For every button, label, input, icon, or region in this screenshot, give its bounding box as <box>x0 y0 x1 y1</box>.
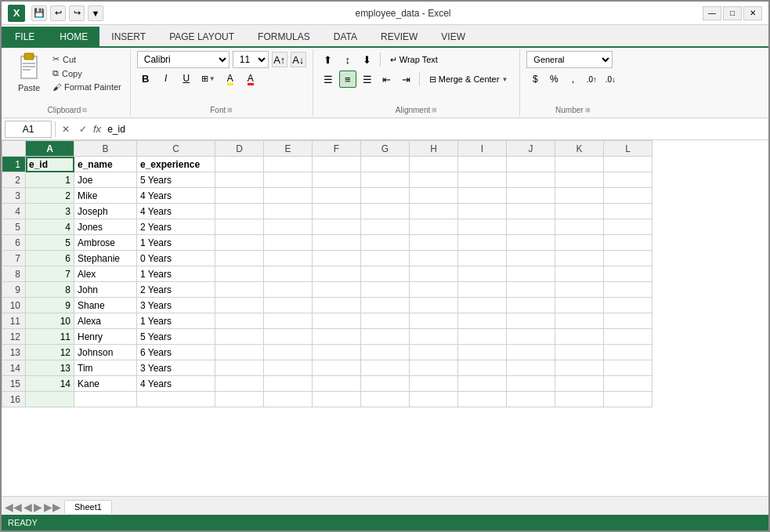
cell-c12[interactable]: 5 Years <box>137 329 215 345</box>
cell-j2[interactable] <box>507 172 555 188</box>
cell-a14[interactable]: 13 <box>26 360 74 376</box>
col-header-c[interactable]: C <box>137 141 215 157</box>
cell-i8[interactable] <box>458 266 507 282</box>
cell-l5[interactable] <box>604 219 653 235</box>
paste-button[interactable]: Paste <box>11 51 47 94</box>
cell-j8[interactable] <box>507 266 555 282</box>
cell-d10[interactable] <box>215 298 264 313</box>
col-header-e[interactable]: E <box>264 141 313 157</box>
cell-e5[interactable] <box>264 219 313 235</box>
cell-j10[interactable] <box>507 298 555 313</box>
col-header-g[interactable]: G <box>361 141 410 157</box>
bold-button[interactable]: B <box>137 70 154 87</box>
decrease-font-size-button[interactable]: A↓ <box>291 52 306 67</box>
comma-button[interactable]: , <box>564 71 581 88</box>
cell-j16[interactable] <box>507 392 555 407</box>
maximize-button[interactable]: □ <box>723 6 742 20</box>
customize-icon[interactable]: ▼ <box>88 5 103 21</box>
cell-e11[interactable] <box>264 313 313 329</box>
cell-e6[interactable] <box>264 235 313 251</box>
cell-d14[interactable] <box>215 360 264 376</box>
cell-l16[interactable] <box>604 392 653 407</box>
cell-g6[interactable] <box>361 235 410 251</box>
row-header-16[interactable]: 16 <box>2 392 26 407</box>
row-header-15[interactable]: 15 <box>2 376 26 392</box>
cell-e15[interactable] <box>264 376 313 392</box>
tab-page-layout[interactable]: PAGE LAYOUT <box>157 27 246 46</box>
increase-decimal-button[interactable]: .0↑ <box>583 71 600 88</box>
cell-e14[interactable] <box>264 360 313 376</box>
col-header-i[interactable]: I <box>458 141 507 157</box>
cell-h4[interactable] <box>410 204 458 219</box>
cell-d15[interactable] <box>215 376 264 392</box>
cell-c1[interactable]: e_experience <box>137 157 215 172</box>
cell-k16[interactable] <box>555 392 604 407</box>
row-header-12[interactable]: 12 <box>2 329 26 345</box>
cell-f6[interactable] <box>313 235 361 251</box>
underline-button[interactable]: U <box>178 70 195 87</box>
cell-g3[interactable] <box>361 188 410 204</box>
cell-d3[interactable] <box>215 188 264 204</box>
cell-a8[interactable]: 7 <box>26 266 74 282</box>
cell-g13[interactable] <box>361 345 410 360</box>
cell-f2[interactable] <box>313 172 361 188</box>
cell-l11[interactable] <box>604 313 653 329</box>
cell-l3[interactable] <box>604 188 653 204</box>
cell-h2[interactable] <box>410 172 458 188</box>
sheet-tab-sheet1[interactable]: Sheet1 <box>64 500 112 513</box>
cell-reference-input[interactable] <box>5 121 52 138</box>
sheet-nav-last[interactable]: ▶▶ <box>44 501 61 513</box>
cell-e2[interactable] <box>264 172 313 188</box>
row-header-5[interactable]: 5 <box>2 219 26 235</box>
cell-j3[interactable] <box>507 188 555 204</box>
cell-c13[interactable]: 6 Years <box>137 345 215 360</box>
save-icon[interactable]: 💾 <box>31 5 47 21</box>
decrease-indent-button[interactable]: ⇤ <box>378 71 396 88</box>
col-header-k[interactable]: K <box>555 141 604 157</box>
cell-i6[interactable] <box>458 235 507 251</box>
col-header-j[interactable]: J <box>507 141 555 157</box>
cell-c3[interactable]: 4 Years <box>137 188 215 204</box>
cell-l4[interactable] <box>604 204 653 219</box>
align-middle-button[interactable]: ↕ <box>339 51 356 68</box>
cell-g16[interactable] <box>361 392 410 407</box>
italic-button[interactable]: I <box>157 70 175 87</box>
cell-e12[interactable] <box>264 329 313 345</box>
copy-button[interactable]: ⧉ Copy <box>50 67 124 80</box>
cell-d4[interactable] <box>215 204 264 219</box>
cell-a9[interactable]: 8 <box>26 282 74 298</box>
cell-d13[interactable] <box>215 345 264 360</box>
cell-g12[interactable] <box>361 329 410 345</box>
cell-c11[interactable]: 1 Years <box>137 313 215 329</box>
cell-k9[interactable] <box>555 282 604 298</box>
font-family-select[interactable]: Calibri <box>137 51 230 68</box>
cell-e10[interactable] <box>264 298 313 313</box>
sheet-nav-prev[interactable]: ◀ <box>23 501 32 513</box>
wrap-text-button[interactable]: ↵ Wrap Text <box>385 52 443 67</box>
accounting-format-button[interactable]: $ <box>526 71 544 88</box>
clipboard-expand-icon[interactable]: ⧉ <box>82 107 87 114</box>
cell-g14[interactable] <box>361 360 410 376</box>
cell-d16[interactable] <box>215 392 264 407</box>
cell-g10[interactable] <box>361 298 410 313</box>
cell-j12[interactable] <box>507 329 555 345</box>
cell-b9[interactable]: John <box>74 282 137 298</box>
row-header-7[interactable]: 7 <box>2 251 26 266</box>
cell-f15[interactable] <box>313 376 361 392</box>
number-expand-icon[interactable]: ⊞ <box>585 107 591 114</box>
cell-b11[interactable]: Alexa <box>74 313 137 329</box>
cell-f7[interactable] <box>313 251 361 266</box>
row-header-8[interactable]: 8 <box>2 266 26 282</box>
cell-d8[interactable] <box>215 266 264 282</box>
cell-a4[interactable]: 3 <box>26 204 74 219</box>
cell-l8[interactable] <box>604 266 653 282</box>
cell-g11[interactable] <box>361 313 410 329</box>
cell-j5[interactable] <box>507 219 555 235</box>
cut-button[interactable]: ✂ Cut <box>50 52 124 66</box>
percent-button[interactable]: % <box>545 71 562 88</box>
cell-l13[interactable] <box>604 345 653 360</box>
cell-f16[interactable] <box>313 392 361 407</box>
cell-h8[interactable] <box>410 266 458 282</box>
cell-c9[interactable]: 2 Years <box>137 282 215 298</box>
cell-h9[interactable] <box>410 282 458 298</box>
